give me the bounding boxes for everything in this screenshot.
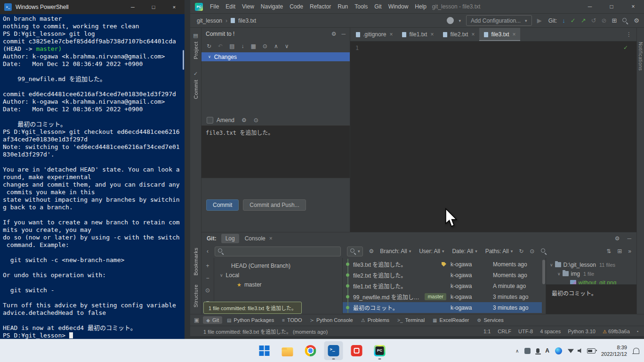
git-hash-status[interactable]: ⚠69fb3a6a	[603, 329, 630, 334]
settings-icon[interactable]: ⚙	[634, 17, 639, 24]
ide-close-button[interactable]: ×	[622, 0, 644, 13]
toolbtn-problems[interactable]: ⚠ Problems	[358, 316, 393, 324]
run-icon[interactable]: ▶	[537, 17, 542, 24]
toolbtn-python-packages[interactable]: ▤ Python Packages	[224, 316, 277, 324]
log-side-icon[interactable]: ⊙	[205, 287, 210, 294]
file-explorer-icon[interactable]	[278, 341, 297, 360]
close-tab-icon[interactable]: ×	[389, 31, 393, 38]
toolbtn-todo[interactable]: ≡ TODO	[279, 316, 305, 324]
search-filter-combo[interactable]: ▾	[347, 247, 363, 256]
menu-item[interactable]: View	[239, 0, 258, 13]
chrome-icon[interactable]	[301, 341, 320, 360]
close-tab-icon[interactable]: ×	[471, 31, 475, 38]
rollback-icon[interactable]: ⊘	[602, 17, 607, 24]
go-to-hash-icon[interactable]	[540, 248, 547, 255]
branch-master-row[interactable]: ★ master	[214, 280, 342, 289]
commit-row[interactable]: 最初のコミット。 k-ogawa 3 minutes ago	[343, 302, 542, 313]
log-side-icon[interactable]: −	[206, 275, 209, 281]
ide-minimize-button[interactable]: ─	[579, 0, 601, 13]
status-message[interactable]: 1 file committed: file3.txt を追加した。 (mome…	[203, 328, 328, 335]
menu-item[interactable]: Git	[371, 0, 385, 13]
code-editor[interactable]	[370, 41, 636, 232]
log-settings-icon[interactable]: ⚙	[615, 235, 620, 242]
pycharm-taskbar-icon[interactable]	[370, 341, 389, 360]
close-tab-icon[interactable]: ×	[512, 31, 515, 38]
menu-item[interactable]: Edit	[222, 0, 239, 13]
commit-row[interactable]: file2.txt を追加した。 k-ogawa Moments ago	[343, 270, 542, 280]
commit-toolbar-icon[interactable]: ↻	[207, 43, 211, 49]
breadcrumb-project[interactable]: git_lesson	[197, 17, 222, 24]
menu-item[interactable]: Run	[334, 0, 351, 13]
tray-app-icon[interactable]	[524, 348, 531, 354]
chevron-down-icon[interactable]: ▾	[459, 18, 461, 23]
history-icon[interactable]: ↺	[591, 17, 596, 24]
tab-log[interactable]: Log	[221, 234, 239, 243]
local-group-row[interactable]: ∨ Local	[214, 271, 342, 280]
toolbtn-services[interactable]: ⚙ Services	[474, 316, 507, 324]
toolbtn-excelreader[interactable]: ▦ ExcelReader	[429, 316, 472, 324]
search-everywhere-icon[interactable]	[622, 17, 628, 24]
log-filter[interactable]: User: All ▾	[419, 248, 444, 255]
intellisort-icon[interactable]: ⊙	[530, 248, 534, 255]
commit-button[interactable]: Commit	[206, 199, 239, 211]
refresh-icon[interactable]: ↻	[519, 248, 523, 255]
editor-tab[interactable]: file2.txt ×	[438, 28, 479, 41]
status-item[interactable]: Python 3.10	[568, 329, 596, 334]
commit-toolbar-icon[interactable]: ↓	[241, 43, 244, 49]
user-avatar-icon[interactable]	[447, 17, 454, 24]
powershell-titlebar[interactable]: >_ Windows PowerShell ─ □ ×	[0, 0, 185, 14]
changed-file-row[interactable]: ∨ without_git.png	[546, 278, 636, 284]
powershell-output[interactable]: On branch masternothing to commit, worki…	[0, 14, 185, 339]
hide-panel-icon[interactable]: ─	[341, 31, 346, 37]
log-filter[interactable]: Date: All ▾	[452, 248, 477, 255]
log-filter[interactable]: Paths: All ▾	[485, 248, 513, 255]
clock[interactable]: 8:39 2022/12/12	[601, 344, 627, 358]
log-search-input[interactable]	[215, 247, 341, 256]
stripe-project-button[interactable]: Project	[193, 41, 199, 59]
ps-close-button[interactable]: ×	[164, 0, 185, 14]
status-item[interactable]: CRLF	[498, 329, 511, 334]
commit-toolbar-icon[interactable]: ⊙	[263, 43, 267, 49]
menu-item[interactable]: Help	[411, 0, 430, 13]
amend-checkbox[interactable]	[207, 117, 213, 123]
ps-maximize-button[interactable]: □	[143, 0, 164, 14]
close-tab-icon[interactable]: ×	[430, 31, 434, 38]
menu-item[interactable]: Window	[385, 0, 412, 13]
microphone-icon[interactable]	[536, 348, 539, 353]
stripe-commit-button[interactable]: Commit	[193, 80, 199, 99]
git-commit-icon[interactable]: ✓	[571, 17, 576, 24]
layout-icon[interactable]: ⊞	[612, 17, 617, 24]
back-icon[interactable]: ‹	[207, 248, 209, 255]
log-gear-icon[interactable]: ⚙	[369, 248, 374, 255]
commit-toolbar-icon[interactable]: ▤	[229, 43, 234, 49]
log-filter[interactable]: Branch: All ▾	[380, 248, 411, 255]
log-side-icon[interactable]: +	[206, 263, 209, 269]
commit-options-gear-icon[interactable]: ⚙	[242, 117, 247, 123]
edge-icon[interactable]	[555, 347, 562, 354]
git-push-icon[interactable]: ↗	[581, 17, 586, 24]
hide-log-icon[interactable]: ─	[627, 235, 631, 242]
swap-panels-icon[interactable]: ⇅	[606, 248, 611, 255]
status-indicator-icon[interactable]: ▪	[637, 329, 638, 334]
changes-group-row[interactable]: ∨ Changes	[201, 52, 350, 61]
commit-message-input[interactable]: file3.txt を追加した。	[201, 125, 350, 178]
toolbtn-git[interactable]: ◆ Git	[203, 316, 222, 324]
stripe-structure-button[interactable]: Structure	[193, 284, 199, 307]
breadcrumb-file[interactable]: file3.txt	[238, 17, 256, 24]
commit-row[interactable]: file3.txt を追加した。 k-ogawa Moments ago	[343, 259, 542, 270]
powershell-taskbar-icon[interactable]	[324, 341, 343, 360]
changed-file-row[interactable]: ∨ img 1 file	[546, 269, 636, 278]
menu-item[interactable]: Navigate	[258, 0, 286, 13]
toolbtn-python-console[interactable]: ≻ Python Console	[307, 316, 356, 324]
powershell-scrollbar[interactable]	[182, 16, 185, 337]
head-branch-row[interactable]: HEAD (Current Branch)	[214, 261, 342, 271]
ime-indicator[interactable]: A	[545, 347, 549, 354]
stripe-notifications-button[interactable]: Notifications	[638, 42, 643, 71]
commit-history-icon[interactable]: ⊙	[254, 117, 258, 123]
status-item[interactable]: 4 spaces	[540, 329, 561, 334]
commit-settings-icon[interactable]: ⚙	[331, 31, 337, 37]
start-button[interactable]	[255, 341, 274, 360]
commit-toolbar-icon[interactable]: ∨	[285, 43, 289, 49]
notification-bell-icon[interactable]	[633, 348, 639, 354]
grid-view-icon[interactable]: ⊞	[617, 248, 622, 255]
